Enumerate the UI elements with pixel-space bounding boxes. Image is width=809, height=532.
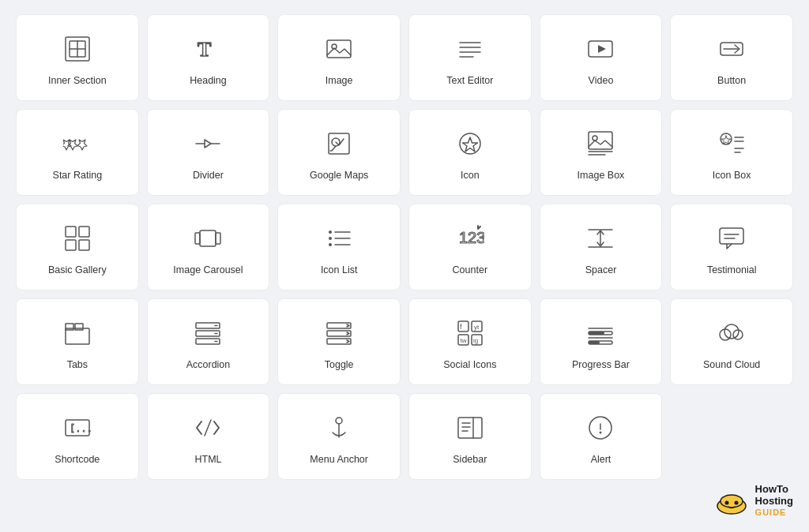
heading-icon: T [190, 32, 225, 66]
toggle-label: Toggle [325, 358, 354, 371]
spacer-icon [583, 221, 618, 256]
text-editor-icon [453, 32, 487, 66]
svg-point-94 [724, 500, 728, 504]
icon-icon [453, 126, 487, 161]
widget-card-testimonial[interactable]: Testimonial [670, 204, 793, 290]
widget-card-image-box[interactable]: Image Box [540, 109, 663, 196]
svg-text:T: T [198, 38, 211, 61]
testimonial-label: Testimonial [707, 264, 757, 276]
branding: HowToHostingGUIDE [713, 483, 793, 518]
svg-text:[...]: [...] [70, 423, 92, 434]
sidebar-icon [453, 410, 487, 445]
button-label: Button [717, 74, 746, 87]
toggle-icon [322, 316, 356, 350]
google-maps-label: Google Maps [310, 169, 368, 182]
widget-card-text-editor[interactable]: Text Editor [408, 14, 532, 101]
svg-rect-30 [66, 227, 76, 237]
divider-label: Divider [193, 169, 224, 182]
widget-card-alert[interactable]: Alert [540, 393, 663, 480]
widget-card-image[interactable]: Image [277, 14, 401, 101]
svg-marker-12 [598, 45, 606, 53]
sound-cloud-icon [714, 316, 749, 350]
svg-rect-31 [79, 227, 89, 237]
basic-gallery-label: Basic Gallery [48, 264, 107, 276]
icon-list-icon [322, 221, 356, 256]
branding-text: HowToHostingGUIDE [755, 483, 793, 518]
html-icon [190, 410, 225, 445]
widget-card-accordion[interactable]: Accordion [147, 298, 270, 385]
widget-card-menu-anchor[interactable]: Menu Anchor [277, 393, 401, 480]
image-box-label: Image Box [578, 169, 625, 182]
widget-card-image-carousel[interactable]: Image Carousel [147, 204, 270, 290]
widget-card-heading[interactable]: THeading [147, 14, 270, 101]
widget-card-divider[interactable]: Divider [147, 109, 270, 196]
tabs-icon [60, 316, 95, 350]
tabs-label: Tabs [67, 358, 88, 371]
widget-card-tabs[interactable]: Tabs [16, 298, 139, 385]
video-label: Video [589, 74, 614, 87]
svg-point-95 [734, 500, 738, 504]
svg-rect-84 [458, 418, 482, 438]
widget-card-sidebar[interactable]: Sidebar [408, 393, 532, 480]
svg-point-93 [721, 495, 743, 508]
google-maps-icon [322, 126, 356, 161]
widget-card-google-maps[interactable]: Google Maps [277, 109, 401, 196]
star-rating-icon [60, 126, 95, 161]
icon-list-label: Icon List [321, 264, 358, 276]
widget-card-star-rating[interactable]: Star Rating [16, 109, 139, 196]
star-rating-label: Star Rating [53, 169, 103, 182]
widget-card-progress-bar[interactable]: Progress Bar [540, 298, 663, 385]
widget-card-spacer[interactable]: Spacer [540, 204, 663, 290]
widget-card-icon-box[interactable]: Icon Box [670, 109, 793, 196]
divider-icon [190, 126, 225, 161]
svg-text:tw: tw [460, 337, 466, 344]
svg-rect-52 [75, 324, 83, 330]
accordion-label: Accordion [186, 358, 231, 371]
widget-card-icon-list[interactable]: Icon List [277, 204, 401, 290]
svg-rect-72 [589, 332, 604, 335]
basic-gallery-icon [60, 221, 95, 256]
svg-rect-34 [200, 230, 216, 246]
widget-card-button[interactable]: Button [670, 14, 793, 101]
branding-logo-icon [713, 485, 751, 515]
image-label: Image [325, 74, 353, 87]
svg-text:f: f [460, 323, 462, 331]
widget-grid: Inner SectionTHeadingImageText EditorVid… [16, 14, 793, 480]
icon-box-icon [714, 126, 749, 161]
heading-label: Heading [190, 74, 227, 87]
svg-line-81 [205, 420, 211, 436]
accordion-icon [190, 316, 225, 350]
svg-rect-50 [66, 328, 89, 344]
widget-card-inner-section[interactable]: Inner Section [16, 14, 139, 101]
progress-bar-label: Progress Bar [572, 358, 630, 371]
widget-card-basic-gallery[interactable]: Basic Gallery [16, 204, 139, 290]
widget-card-sound-cloud[interactable]: Sound Cloud [670, 298, 793, 385]
social-icons-label: Social Icons [443, 358, 496, 371]
widget-card-icon[interactable]: Icon [408, 109, 532, 196]
spacer-label: Spacer [585, 264, 617, 276]
icon-label: Icon [461, 169, 480, 182]
svg-text:yt: yt [474, 324, 480, 331]
social-icons-icon: fyttwig [453, 316, 487, 350]
svg-rect-35 [195, 233, 200, 244]
widget-card-shortcode[interactable]: [...]Shortcode [16, 393, 139, 480]
svg-point-77 [724, 324, 739, 339]
video-icon [583, 32, 618, 66]
widget-card-video[interactable]: Video [540, 14, 663, 101]
progress-bar-icon [583, 316, 618, 350]
widget-card-html[interactable]: HTML [147, 393, 270, 480]
svg-point-39 [329, 237, 332, 240]
svg-rect-59 [327, 323, 351, 328]
svg-rect-61 [327, 339, 351, 344]
widget-card-toggle[interactable]: Toggle [277, 298, 401, 385]
svg-rect-5 [327, 40, 351, 58]
svg-rect-51 [66, 324, 73, 330]
image-icon [322, 32, 356, 66]
svg-rect-47 [720, 228, 743, 244]
svg-marker-17 [205, 140, 211, 148]
counter-icon: 123 [453, 221, 487, 256]
inner-section-label: Inner Section [48, 74, 107, 87]
widget-card-counter[interactable]: 123Counter [408, 204, 532, 290]
shortcode-label: Shortcode [55, 453, 100, 466]
widget-card-social-icons[interactable]: fyttwigSocial Icons [408, 298, 532, 385]
